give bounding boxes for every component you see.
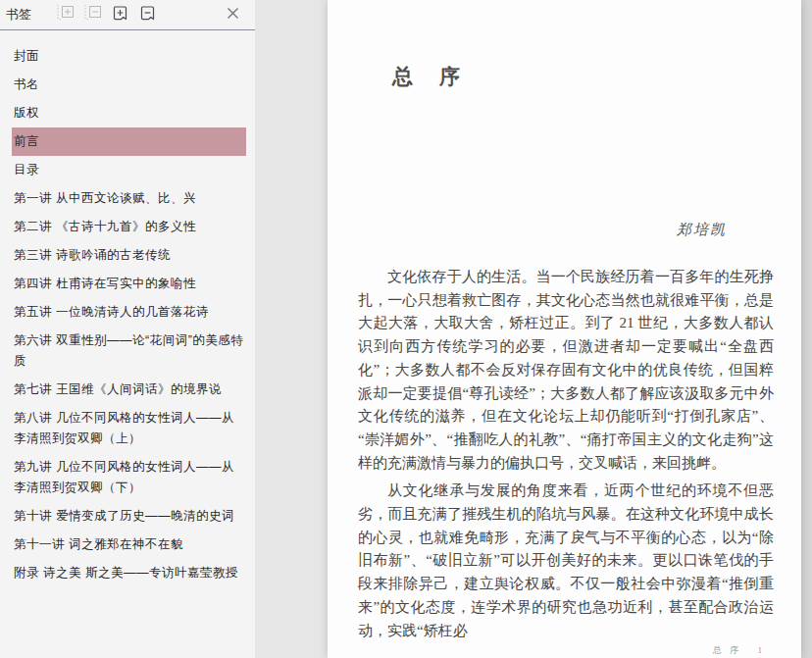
bookmark-item[interactable]: 第九讲 几位不同风格的女性词人——从李清照到贺双卿（下） <box>12 453 246 502</box>
bookmark-label: 第二讲 《古诗十九首》的多义性 <box>14 220 196 233</box>
paragraph: 文化依存于人的生活。当一个民族经历着一百多年的生死挣扎，一心只想着救亡图存，其文… <box>358 266 774 475</box>
bookmark-label: 版权 <box>14 106 39 120</box>
bookmark-item[interactable]: 第五讲 一位晚清诗人的几首落花诗 <box>12 298 246 327</box>
expand-all-button[interactable] <box>55 6 76 24</box>
bookmark-label: 第九讲 几位不同风格的女性词人——从李清照到贺双卿（下） <box>14 460 234 494</box>
bookmarks-panel-title: 书签 <box>6 6 31 24</box>
remove-bookmark-icon <box>139 5 157 25</box>
bookmark-label: 第四讲 杜甫诗在写实中的象喻性 <box>14 277 196 290</box>
viewer-background <box>255 0 328 658</box>
bookmark-item[interactable]: 第二讲 《古诗十九首》的多义性 <box>12 213 246 241</box>
bookmark-item[interactable]: 第十讲 爱情变成了历史——晚清的史词 <box>12 502 246 531</box>
bookmark-label: 第一讲 从中西文论谈赋、比、兴 <box>14 191 196 205</box>
paragraph: 从文化继承与发展的角度来看，近两个世纪的环境不但恶劣，而且充满了摧残生机的陷坑与… <box>358 480 774 642</box>
bookmark-label: 目录 <box>14 163 39 177</box>
bookmark-item[interactable]: 第三讲 诗歌吟诵的古老传统 <box>12 241 246 270</box>
bookmark-label: 第五讲 一位晚清诗人的几首落花诗 <box>14 305 209 319</box>
pdf-reader-window: 书签 <box>0 0 812 658</box>
bookmarks-panel: 书签 <box>0 0 255 658</box>
add-bookmark-icon <box>112 5 129 25</box>
page-footer: 总 序 1 <box>713 644 762 657</box>
close-panel-button[interactable] <box>222 6 243 24</box>
bookmark-item[interactable]: 前言 <box>12 127 246 156</box>
bookmark-item[interactable]: 目录 <box>12 156 246 184</box>
bookmark-label: 第十一讲 词之雅郑在神不在貌 <box>14 537 183 551</box>
author-name: 郑培凯 <box>677 221 727 239</box>
bookmark-label: 第七讲 王国维《人间词话》的境界说 <box>14 382 222 396</box>
vertical-scrollbar[interactable] <box>801 0 812 658</box>
bookmark-label: 附录 诗之美 斯之美——专访叶嘉莹教授 <box>14 566 238 580</box>
bookmark-label: 第十讲 爱情变成了历史——晚清的史词 <box>14 509 234 523</box>
add-bookmark-button[interactable] <box>110 6 131 24</box>
bookmark-item[interactable]: 附录 诗之美 斯之美——专访叶嘉莹教授 <box>12 559 246 587</box>
bookmark-item[interactable]: 第一讲 从中西文论谈赋、比、兴 <box>12 184 246 213</box>
page-body: 文化依存于人的生活。当一个民族经历着一百多年的生死挣扎，一心只想着救亡图存，其文… <box>358 266 774 647</box>
bookmark-item[interactable]: 封面 <box>12 42 246 71</box>
bookmark-item[interactable]: 版权 <box>12 99 246 127</box>
expand-all-icon <box>56 5 76 25</box>
document-page: 总 序 郑培凯 文化依存于人的生活。当一个民族经历着一百多年的生死挣扎，一心只想… <box>328 0 801 658</box>
bookmark-item[interactable]: 第十一讲 词之雅郑在神不在貌 <box>12 531 246 559</box>
bookmark-label: 第六讲 双重性别——论“花间词”的美感特质 <box>14 333 243 368</box>
close-icon <box>226 6 240 24</box>
bookmark-item[interactable]: 第六讲 双重性别——论“花间词”的美感特质 <box>12 327 246 376</box>
collapse-all-button[interactable] <box>82 6 104 24</box>
bookmark-item[interactable]: 书名 <box>12 71 246 99</box>
bookmark-label: 前言 <box>14 134 39 148</box>
collapse-all-icon <box>83 5 103 25</box>
bookmark-list: 封面 书名 版权 前言 目录 第一讲 从中西文论谈赋、比、兴 第二讲 《古诗十九… <box>0 30 255 587</box>
bookmark-item[interactable]: 第八讲 几位不同风格的女性词人——从李清照到贺双卿（上） <box>12 404 246 453</box>
bookmark-label: 第三讲 诗歌吟诵的古老传统 <box>14 248 171 262</box>
bookmark-label: 书名 <box>14 77 39 91</box>
bookmark-item[interactable]: 第四讲 杜甫诗在写实中的象喻性 <box>12 270 246 298</box>
bookmark-label: 封面 <box>14 49 39 63</box>
page-title: 总 序 <box>392 63 463 90</box>
footer-page-number: 1 <box>758 645 763 655</box>
bookmark-label: 第八讲 几位不同风格的女性词人——从李清照到贺双卿（上） <box>14 411 234 445</box>
bookmark-item[interactable]: 第七讲 王国维《人间词话》的境界说 <box>12 376 246 404</box>
footer-section-label: 总 序 <box>713 645 741 655</box>
remove-bookmark-button[interactable] <box>137 6 159 24</box>
bookmarks-header: 书签 <box>0 0 255 30</box>
